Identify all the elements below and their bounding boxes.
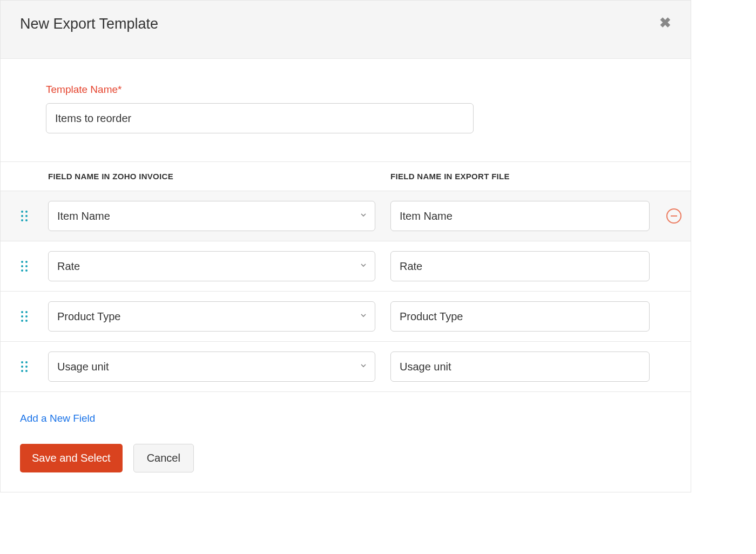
table-row <box>1 292 691 342</box>
export-field-input[interactable] <box>390 301 650 332</box>
cancel-button[interactable]: Cancel <box>133 444 194 472</box>
dialog-title: New Export Template <box>20 16 158 32</box>
column-header-source: FIELD NAME IN ZOHO INVOICE <box>48 172 390 181</box>
table-row <box>1 191 691 241</box>
drag-handle-icon[interactable] <box>1 361 48 372</box>
source-field-select[interactable] <box>48 201 375 231</box>
dialog-header: New Export Template ✖ <box>1 1 691 59</box>
drag-handle-icon[interactable] <box>1 261 48 272</box>
source-field-select[interactable] <box>48 352 375 382</box>
dialog-body: Template Name* <box>1 59 691 133</box>
table-row <box>1 342 691 392</box>
field-mapping-table: FIELD NAME IN ZOHO INVOICE FIELD NAME IN… <box>1 161 691 392</box>
dialog-footer: Save and Select Cancel <box>1 424 691 492</box>
table-row <box>1 241 691 292</box>
drag-handle-icon[interactable] <box>1 211 48 221</box>
export-field-input[interactable] <box>390 251 650 281</box>
template-name-label: Template Name* <box>46 84 645 96</box>
template-name-input[interactable] <box>46 103 474 133</box>
close-icon[interactable]: ✖ <box>659 16 671 30</box>
export-field-input[interactable] <box>390 352 650 382</box>
drag-handle-icon[interactable] <box>1 311 48 322</box>
save-and-select-button[interactable]: Save and Select <box>20 444 123 472</box>
export-field-input[interactable] <box>390 201 650 231</box>
add-field-link[interactable]: Add a New Field <box>1 392 95 424</box>
table-header: FIELD NAME IN ZOHO INVOICE FIELD NAME IN… <box>1 161 691 191</box>
source-field-select[interactable] <box>48 301 375 332</box>
source-field-select[interactable] <box>48 251 375 281</box>
column-header-export: FIELD NAME IN EXPORT FILE <box>390 172 656 181</box>
remove-row-icon[interactable] <box>666 208 681 224</box>
export-template-dialog: New Export Template ✖ Template Name* FIE… <box>0 0 691 492</box>
